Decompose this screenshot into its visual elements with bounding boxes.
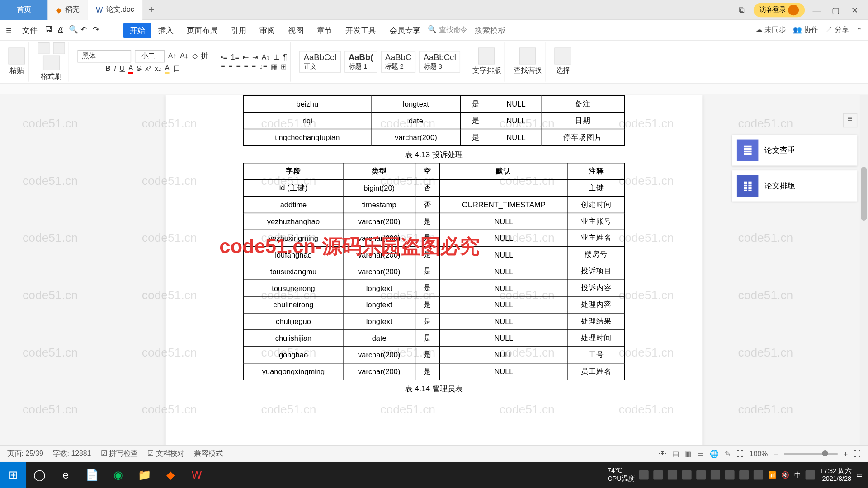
menu-file[interactable]: 文件	[16, 22, 44, 38]
highlight-icon[interactable]: A	[165, 63, 170, 73]
zoom-slider[interactable]	[784, 453, 838, 455]
menu-start[interactable]: 开始	[123, 22, 151, 38]
search-template[interactable]: 搜索模板	[469, 22, 512, 38]
tray-icon-3[interactable]	[668, 470, 677, 479]
status-compat[interactable]: 兼容模式	[194, 449, 222, 459]
menu-insert[interactable]: 插入	[152, 22, 180, 38]
char-border-icon[interactable]: 囗	[173, 63, 180, 73]
tray-icon-7[interactable]	[725, 470, 735, 479]
align-center-icon[interactable]: ≡	[228, 62, 232, 70]
tray-icon-sogou[interactable]	[806, 470, 815, 479]
coop-button[interactable]: 👥 协作	[793, 25, 818, 35]
sync-status[interactable]: ☁ 未同步	[755, 25, 786, 35]
zoom-thumb[interactable]	[822, 450, 828, 456]
cortana-icon[interactable]: ◯	[26, 462, 52, 488]
zoom-out-button[interactable]: −	[774, 450, 778, 458]
bullets-icon[interactable]: •≡	[221, 53, 227, 61]
zoom-in-button[interactable]: +	[844, 450, 848, 458]
view-outline-icon[interactable]: ▥	[684, 450, 691, 458]
menu-pagelayout[interactable]: 页面布局	[181, 22, 224, 38]
tray-icon-6[interactable]	[711, 470, 720, 479]
sort-icon[interactable]: A↕	[262, 53, 270, 61]
italic-button[interactable]: I	[114, 64, 116, 72]
outline-icon[interactable]	[478, 47, 495, 64]
format-painter-icon[interactable]	[43, 55, 60, 70]
wechat-icon[interactable]: ◉	[105, 462, 131, 488]
ime-indicator[interactable]: 中	[794, 470, 801, 479]
explorer-icon[interactable]: 📁	[131, 462, 157, 488]
tray-icon-2[interactable]	[654, 470, 663, 479]
hamburger-icon[interactable]: ≡	[6, 25, 15, 36]
grow-font-icon[interactable]: A↑	[168, 52, 176, 60]
vertical-scrollbar[interactable]	[860, 95, 868, 445]
tab-add-button[interactable]: +	[142, 4, 160, 16]
shading-icon[interactable]: ▦	[271, 62, 278, 70]
fit-icon[interactable]: ⛶	[736, 450, 744, 458]
fullscreen-icon[interactable]: ⛶	[854, 450, 861, 458]
minimize-button[interactable]: —	[810, 5, 824, 14]
notepad-icon[interactable]: 📄	[79, 462, 105, 488]
align-right-icon[interactable]: ≡	[236, 62, 240, 70]
login-badge[interactable]: 访客登录	[754, 3, 805, 17]
ruler[interactable]	[0, 84, 868, 95]
tray-icon-1[interactable]	[639, 470, 649, 479]
cut-icon[interactable]	[38, 42, 49, 54]
ide-icon[interactable]: ◆	[157, 462, 184, 488]
style-preview-0[interactable]: AaBbCcI正文	[300, 51, 341, 73]
shrink-font-icon[interactable]: A↓	[180, 52, 188, 60]
edge-icon[interactable]: e	[52, 462, 79, 488]
tab-home[interactable]: 首页	[0, 0, 47, 20]
super-icon[interactable]: x²	[145, 64, 151, 72]
action-center-icon[interactable]: ▭	[856, 471, 862, 479]
align-left-icon[interactable]: ≡	[221, 62, 225, 70]
edit-icon[interactable]: ✎	[725, 450, 731, 458]
close-button[interactable]: ✕	[848, 5, 862, 14]
collapse-ribbon-icon[interactable]: ⌃	[856, 26, 862, 34]
copy-icon[interactable]	[53, 42, 65, 54]
font-name-select[interactable]: 黑体	[77, 50, 131, 62]
indent-icon[interactable]: ⇥	[252, 53, 258, 61]
font-size-select[interactable]: ·小二	[135, 50, 165, 62]
redo-icon[interactable]: ↷	[93, 25, 104, 36]
status-spell[interactable]: ☑ 拼写检查	[101, 449, 138, 459]
style-preview-3[interactable]: AaBbCcI标题 3	[419, 51, 460, 73]
bluetooth-icon[interactable]	[754, 470, 763, 479]
side-toggle[interactable]: ≡	[843, 113, 858, 128]
menu-review[interactable]: 审阅	[254, 22, 281, 38]
clear-format-icon[interactable]: ◇	[192, 52, 198, 60]
share-button[interactable]: ↗ 分享	[826, 25, 849, 35]
tray-icon-4[interactable]	[682, 470, 692, 479]
tray-icon-8[interactable]	[740, 470, 749, 479]
view-page-icon[interactable]: ▤	[672, 450, 679, 458]
find-replace-icon[interactable]	[519, 47, 536, 64]
scroll-thumb[interactable]	[861, 167, 867, 221]
tab-docx[interactable]: ◆稻壳	[47, 0, 87, 20]
strike-icon[interactable]: S̶	[137, 64, 142, 72]
menu-references[interactable]: 引用	[225, 22, 253, 38]
numbering-icon[interactable]: 1≡	[231, 53, 239, 61]
tab-stop-icon[interactable]: ⊥	[274, 53, 279, 61]
start-button[interactable]: ⊞	[0, 462, 26, 488]
command-search[interactable]: 🔍 查找命令	[428, 25, 467, 35]
bold-button[interactable]: B	[105, 64, 110, 72]
sound-icon[interactable]: 🔇	[781, 471, 789, 479]
select-icon[interactable]	[555, 47, 571, 64]
menu-view[interactable]: 视图	[282, 22, 310, 38]
maximize-button[interactable]: ▢	[829, 5, 843, 14]
save-icon[interactable]: 🖫	[45, 25, 56, 36]
tray-icon-5[interactable]	[697, 470, 706, 479]
status-proof[interactable]: ☑ 文档校对	[147, 449, 184, 459]
tab-doc-active[interactable]: W论文.doc	[88, 0, 142, 20]
view-read-icon[interactable]: ▭	[697, 450, 704, 458]
status-page[interactable]: 页面: 25/39	[7, 449, 43, 459]
undo-icon[interactable]: ↶	[80, 25, 91, 36]
align-justify-icon[interactable]: ≡	[244, 62, 248, 70]
eye-icon[interactable]: 👁	[659, 450, 666, 458]
menu-vip[interactable]: 会员专享	[383, 22, 426, 38]
underline-button[interactable]: U	[120, 64, 125, 72]
wps-icon[interactable]: W	[184, 462, 210, 488]
show-marks-icon[interactable]: ¶	[283, 53, 287, 61]
clock[interactable]: 17:32 周六 2021/8/28	[820, 467, 851, 483]
side-card-plagiarism[interactable]: ䷀ 论文查重	[732, 135, 857, 166]
menu-devtools[interactable]: 开发工具	[340, 22, 382, 38]
